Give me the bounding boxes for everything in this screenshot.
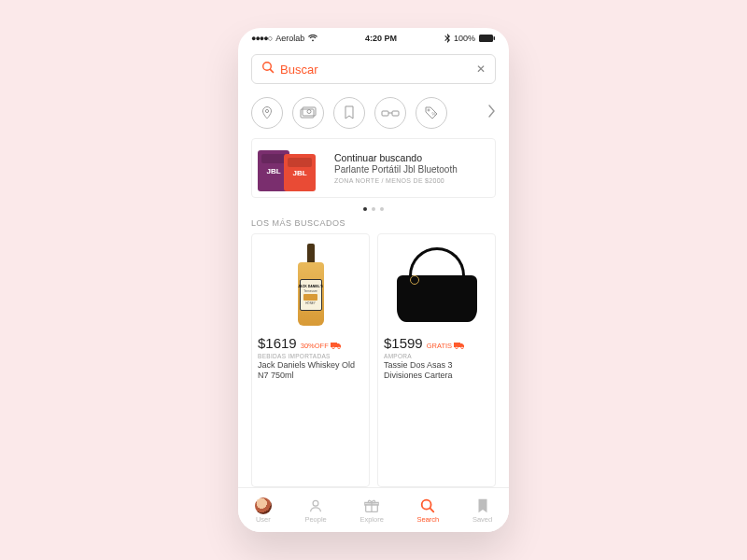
category-glasses[interactable] — [374, 97, 406, 129]
product-deal: GRATIS — [427, 342, 465, 351]
svg-point-16 — [456, 346, 458, 348]
truck-icon — [454, 342, 465, 351]
page-dot[interactable] — [363, 207, 367, 211]
category-bookmark[interactable] — [333, 97, 365, 129]
nav-label: User — [256, 515, 271, 524]
nav-label: Search — [416, 515, 439, 524]
product-card[interactable]: JACK DANIEL'S Tennessee HONEY $1619 30%O… — [251, 233, 370, 487]
nav-label: Saved — [472, 515, 492, 524]
continue-product-name: Parlante Portátil Jbl Bluetooth — [334, 164, 489, 175]
truck-icon — [331, 342, 342, 351]
clock: 4:20 PM — [365, 34, 397, 43]
svg-line-22 — [430, 508, 434, 511]
svg-rect-0 — [479, 35, 493, 42]
bottle-label: JACK DANIEL'S — [298, 285, 323, 288]
svg-point-4 — [265, 109, 268, 112]
continue-searching-card[interactable]: JBL JBL Continuar buscando Parlante Port… — [251, 138, 496, 198]
category-tag[interactable]: % — [416, 97, 447, 129]
page-dot[interactable] — [380, 207, 384, 211]
product-image: JACK DANIEL'S Tennessee HONEY — [258, 240, 363, 329]
nav-label: People — [304, 515, 326, 524]
people-icon — [307, 497, 324, 514]
product-grid: JACK DANIEL'S Tennessee HONEY $1619 30%O… — [238, 233, 509, 487]
svg-text:%: % — [432, 111, 437, 117]
svg-rect-8 — [382, 111, 388, 116]
wifi-icon — [308, 35, 317, 42]
svg-rect-9 — [392, 111, 399, 116]
signal-dots: ●●●●○ — [251, 34, 272, 43]
page-dot[interactable] — [372, 207, 375, 211]
product-price: $1619 — [258, 335, 297, 351]
category-scroller[interactable]: % — [238, 90, 509, 134]
nav-user[interactable]: User — [255, 497, 272, 524]
bottle-label: HONEY — [305, 301, 316, 305]
product-name: Tassie Dos Asas 3 Divisiones Cartera — [384, 360, 489, 381]
bottle-label: Tennessee — [303, 289, 317, 293]
continue-title: Continuar buscando — [334, 152, 489, 163]
gift-icon — [363, 497, 380, 514]
battery-label: 100% — [454, 34, 475, 43]
nav-label: Explore — [359, 515, 383, 524]
carousel-pagination — [238, 203, 509, 218]
search-icon — [419, 497, 436, 514]
svg-point-13 — [332, 346, 334, 348]
svg-point-7 — [307, 110, 311, 114]
nav-people[interactable]: People — [304, 497, 326, 524]
svg-point-14 — [338, 346, 340, 348]
search-input[interactable] — [280, 63, 471, 77]
category-money[interactable] — [292, 97, 324, 129]
section-title: LOS MÁS BUSCADOS — [238, 218, 509, 233]
status-bar: ●●●●○ Aerolab 4:20 PM 100% — [238, 28, 509, 49]
chevron-right-icon[interactable] — [488, 105, 496, 121]
product-name: Jack Daniels Whiskey Old N7 750ml — [258, 360, 363, 381]
product-price: $1599 — [384, 335, 423, 351]
category-location[interactable] — [251, 97, 283, 129]
svg-rect-1 — [493, 36, 495, 40]
search-bar[interactable]: ✕ — [251, 54, 496, 84]
product-category: BEBIDAS IMPORTADAS — [258, 353, 363, 359]
svg-line-3 — [270, 69, 273, 72]
continue-thumbnail: JBL JBL — [258, 145, 327, 191]
svg-point-18 — [313, 500, 318, 506]
svg-point-10 — [428, 109, 430, 111]
bluetooth-icon — [444, 34, 450, 43]
continue-meta: ZONA NORTE / MENOS DE $2000 — [334, 177, 489, 184]
product-category: AMPORA — [384, 353, 489, 359]
svg-point-17 — [461, 346, 463, 348]
bookmark-icon — [474, 497, 491, 514]
nav-search[interactable]: Search — [416, 497, 439, 524]
nav-saved[interactable]: Saved — [472, 497, 492, 524]
phone-frame: ●●●●○ Aerolab 4:20 PM 100% ✕ — [238, 28, 509, 532]
battery-icon — [479, 35, 496, 42]
carrier-label: Aerolab — [275, 34, 304, 43]
jbl-logo: JBL — [266, 167, 280, 175]
avatar — [255, 497, 272, 514]
product-deal: 30%OFF — [301, 342, 342, 351]
product-image — [384, 240, 489, 329]
jbl-logo: JBL — [292, 169, 306, 177]
nav-explore[interactable]: Explore — [359, 497, 383, 524]
bottom-nav: User People Explore Search Saved — [238, 487, 509, 532]
product-card[interactable]: $1599 GRATIS AMPORA Tassie Dos Asas 3 Di… — [377, 233, 496, 487]
clear-icon[interactable]: ✕ — [476, 63, 486, 76]
search-icon — [261, 61, 275, 77]
